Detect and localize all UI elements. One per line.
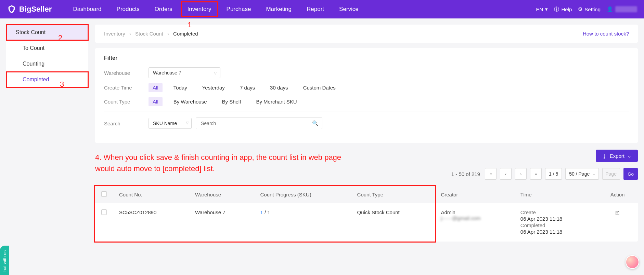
user-icon: 👤 <box>607 6 613 12</box>
chevron-down-icon: ⌄ <box>593 172 596 176</box>
pager-range: 1 - 50 of 219 <box>451 171 480 177</box>
pager-first[interactable]: « <box>485 168 497 180</box>
nav-dashboard[interactable]: Dashboard <box>65 1 109 18</box>
sidebar: Stock Count To Count Counting Completed <box>6 25 88 87</box>
filter-title: Filter <box>104 55 629 61</box>
sidebar-item-to-count[interactable]: To Count <box>6 40 88 56</box>
sidebar-item-stock-count[interactable]: Stock Count <box>6 25 88 40</box>
crumb-inventory[interactable]: Inventory <box>104 31 125 37</box>
sidebar-item-label: Completed <box>23 77 49 82</box>
per-page-select[interactable]: 50 / Page ⌄ <box>565 168 599 180</box>
breadcrumb: Inventory › Stock Count › Completed <box>104 31 198 37</box>
nav-inventory[interactable]: Inventory <box>180 1 219 18</box>
creator-name: Admin <box>441 209 508 215</box>
chevron-down-icon: ⌄ <box>627 153 632 159</box>
filter-divider <box>104 111 629 111</box>
th-count-no: Count No. <box>113 186 189 203</box>
nav-items: Dashboard Products Orders Inventory Purc… <box>65 1 536 18</box>
search-field-value: SKU Name <box>153 121 177 126</box>
type-by-warehouse[interactable]: By Warehouse <box>169 97 211 106</box>
create-time: 06 Apr 2023 11:18 <box>520 216 591 222</box>
time-all[interactable]: All <box>149 83 163 92</box>
crumb-sep: › <box>167 31 169 37</box>
page-jump-input[interactable]: Page <box>602 168 620 180</box>
count-type-label: Count Type <box>104 99 142 105</box>
crumb-stock-count[interactable]: Stock Count <box>135 31 163 37</box>
gear-icon: ⚙ <box>578 6 582 12</box>
cell-progress: 1 / 1 <box>254 203 351 242</box>
export-label: Export <box>610 153 624 159</box>
nav-products[interactable]: Products <box>109 1 147 18</box>
brand-icon <box>7 4 16 14</box>
time-7days[interactable]: 7 days <box>236 83 259 92</box>
chevron-down-icon: ▾ <box>545 6 548 12</box>
pager-current: 1 / 5 <box>545 168 562 180</box>
warehouse-value: Warehouse 7 <box>153 70 181 75</box>
type-all[interactable]: All <box>149 97 163 106</box>
sidebar-item-label: To Count <box>23 45 44 51</box>
document-icon[interactable]: 🗎 <box>615 209 621 216</box>
export-button[interactable]: ⭳ Export ⌄ <box>596 150 638 162</box>
create-time-label: Create Time <box>104 85 142 91</box>
how-to-link[interactable]: How to count stock? <box>583 31 629 37</box>
crumb-sep: › <box>129 31 131 37</box>
th-time: Time <box>514 186 597 203</box>
search-field-select[interactable]: SKU Name ▽ <box>149 118 192 129</box>
nav-service[interactable]: Service <box>332 1 366 18</box>
annotation-2: 2 <box>58 33 62 42</box>
th-type: Count Type <box>351 186 435 203</box>
sidebar-item-completed[interactable]: Completed <box>6 72 88 87</box>
search-icon[interactable]: 🔍 <box>312 120 319 126</box>
create-label: Create <box>520 209 591 215</box>
nav-purchase[interactable]: Purchase <box>219 1 259 18</box>
brand-text: BigSeller <box>19 5 52 14</box>
time-30days[interactable]: 30 days <box>266 83 292 92</box>
annotation-3: 3 <box>60 80 64 89</box>
top-navbar: BigSeller Dashboard Products Orders Inve… <box>0 0 644 18</box>
time-today[interactable]: Today <box>169 83 191 92</box>
sidebar-item-counting[interactable]: Counting <box>6 56 88 72</box>
pager-next[interactable]: › <box>515 168 527 180</box>
setting-link[interactable]: ⚙ Setting <box>578 6 601 12</box>
th-progress: Count Progress (SKU) <box>254 186 351 203</box>
results-table: Count No. Warehouse Count Progress (SKU)… <box>95 186 638 242</box>
th-warehouse: Warehouse <box>189 186 254 203</box>
brand-logo[interactable]: BigSeller <box>7 4 52 14</box>
help-link[interactable]: ⓘ Help <box>554 6 572 13</box>
search-input-wrap: 🔍 <box>196 118 322 129</box>
time-custom[interactable]: Custom Dates <box>299 83 340 92</box>
completed-time: 06 Apr 2023 11:18 <box>520 229 591 235</box>
select-all-checkbox[interactable] <box>101 191 107 197</box>
warehouse-label: Warehouse <box>104 70 142 76</box>
th-action: Action <box>597 186 638 203</box>
type-by-shelf[interactable]: By Shelf <box>218 97 245 106</box>
pager-prev[interactable]: ‹ <box>500 168 512 180</box>
user-menu[interactable]: 👤 <box>607 6 637 12</box>
per-page-label: 50 / Page <box>569 171 590 177</box>
lang-selector[interactable]: EN ▾ <box>536 6 548 12</box>
lang-label: EN <box>536 6 543 12</box>
main-content: Inventory › Stock Count › Completed How … <box>95 25 638 242</box>
chevron-down-icon: ▽ <box>214 71 217 75</box>
download-icon: ⭳ <box>602 153 607 159</box>
help-icon: ⓘ <box>554 6 559 13</box>
th-creator: Creator <box>435 186 514 203</box>
setting-label: Setting <box>584 6 601 12</box>
progress-done[interactable]: 1 <box>260 209 263 215</box>
search-input[interactable] <box>199 118 312 129</box>
go-button[interactable]: Go <box>623 168 638 180</box>
time-yesterday[interactable]: Yesterday <box>198 83 229 92</box>
type-by-sku[interactable]: By Merchant SKU <box>252 97 301 106</box>
nav-report[interactable]: Report <box>299 1 332 18</box>
warehouse-select[interactable]: Warehouse 7 ▽ <box>149 67 220 78</box>
user-name-redacted <box>615 6 637 12</box>
row-checkbox[interactable] <box>101 209 107 215</box>
nav-marketing[interactable]: Marketing <box>258 1 299 18</box>
cell-type: Quick Stock Count <box>351 203 435 242</box>
creator-email: j·······@gmail.com <box>441 215 508 221</box>
cell-time: Create 06 Apr 2023 11:18 Completed 06 Ap… <box>514 203 597 242</box>
progress-total: 1 <box>267 209 270 215</box>
completed-label: Completed <box>520 222 591 228</box>
nav-orders[interactable]: Orders <box>147 1 180 18</box>
pager-last[interactable]: » <box>530 168 542 180</box>
